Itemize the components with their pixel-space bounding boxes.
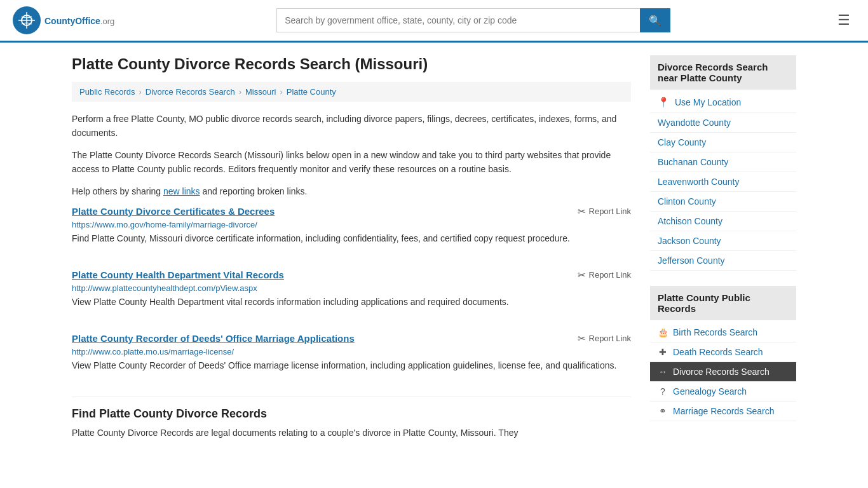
sidebar-item-clinton[interactable]: Clinton County	[650, 192, 796, 212]
result-url-3[interactable]: http://www.co.platte.mo.us/marriage-lice…	[72, 347, 631, 356]
buchanan-link[interactable]: Buchanan County	[658, 157, 728, 167]
clay-link[interactable]: Clay County	[658, 137, 706, 147]
birth-icon: 🎂	[658, 327, 668, 337]
content-area: Platte County Divorce Records Search (Mi…	[72, 55, 631, 447]
description-3: Help others by sharing new links and rep…	[72, 184, 631, 198]
breadcrumb-public-records[interactable]: Public Records	[79, 87, 135, 97]
report-icon-1: ✂	[578, 206, 586, 217]
result-title-1[interactable]: Platte County Divorce Certificates & Dec…	[72, 206, 275, 217]
logo-area[interactable]: CountyOffice.org	[13, 6, 114, 34]
page-title: Platte County Divorce Records Search (Mi…	[72, 55, 631, 73]
result-title-2[interactable]: Platte County Health Department Vital Re…	[72, 269, 284, 280]
breadcrumb-platte-county[interactable]: Platte County	[287, 87, 336, 97]
hamburger-icon: ☰	[837, 12, 850, 28]
logo-icon	[13, 6, 41, 34]
result-entry-3: Platte County Recorder of Deeds' Office …	[72, 333, 631, 379]
marriage-icon: ⚭	[658, 406, 668, 416]
sidebar-item-jackson[interactable]: Jackson County	[650, 231, 796, 251]
sidebar-item-clay[interactable]: Clay County	[650, 133, 796, 152]
result-url-2[interactable]: http://www.plattecountyhealthdept.com/pV…	[72, 283, 631, 293]
nearby-header: Divorce Records Search near Platte Count…	[650, 55, 796, 90]
jackson-link[interactable]: Jackson County	[658, 236, 721, 246]
search-area: 🔍	[276, 8, 670, 32]
site-header: CountyOffice.org 🔍 ☰	[0, 0, 868, 43]
death-icon: ✚	[658, 347, 668, 357]
sidebar-item-buchanan[interactable]: Buchanan County	[650, 152, 796, 172]
sidebar-item-death[interactable]: ✚ Death Records Search	[650, 342, 796, 362]
public-records-header: Platte County Public Records	[650, 286, 796, 320]
divorce-records-link[interactable]: Divorce Records Search	[673, 367, 770, 377]
birth-records-link[interactable]: Birth Records Search	[673, 327, 757, 337]
result-title-3[interactable]: Platte County Recorder of Deeds' Office …	[72, 333, 355, 344]
sidebar-item-leavenworth[interactable]: Leavenworth County	[650, 172, 796, 192]
clinton-link[interactable]: Clinton County	[658, 196, 716, 207]
divorce-icon: ↔	[658, 367, 668, 377]
sidebar-item-marriage[interactable]: ⚭ Marriage Records Search	[650, 402, 796, 421]
result-entry-1: Platte County Divorce Certificates & Dec…	[72, 206, 631, 252]
report-icon-2: ✂	[578, 269, 586, 281]
header-right: ☰	[832, 10, 855, 31]
atchison-link[interactable]: Atchison County	[658, 216, 722, 226]
genealogy-link[interactable]: Genealogy Search	[673, 386, 747, 396]
sidebar-item-divorce[interactable]: ↔ Divorce Records Search	[650, 362, 796, 382]
search-button[interactable]: 🔍	[640, 8, 670, 32]
main-container: Platte County Divorce Records Search (Mi…	[59, 43, 809, 460]
breadcrumb-divorce-records[interactable]: Divorce Records Search	[146, 87, 235, 97]
sidebar-item-atchison[interactable]: Atchison County	[650, 212, 796, 231]
search-input[interactable]	[276, 8, 640, 32]
genealogy-icon: ?	[658, 386, 668, 396]
sidebar-item-genealogy[interactable]: ? Genealogy Search	[650, 382, 796, 402]
result-desc-1: Find Platte County, Missouri divorce cer…	[72, 232, 631, 245]
report-link-2[interactable]: ✂ Report Link	[578, 269, 631, 281]
leavenworth-link[interactable]: Leavenworth County	[658, 177, 739, 187]
marriage-records-link[interactable]: Marriage Records Search	[673, 406, 775, 416]
result-desc-3: View Platte County Recorder of Deeds' Of…	[72, 359, 631, 372]
breadcrumb: Public Records › Divorce Records Search …	[72, 82, 631, 102]
find-description: Platte County Divorce Records are legal …	[72, 426, 631, 440]
description-1: Perform a free Platte County, MO public …	[72, 112, 631, 140]
nearby-section: Divorce Records Search near Platte Count…	[650, 55, 796, 271]
new-links-link[interactable]: new links	[163, 186, 200, 196]
breadcrumb-missouri[interactable]: Missouri	[245, 87, 276, 97]
menu-button[interactable]: ☰	[832, 10, 855, 31]
sidebar-item-wyandotte[interactable]: Wyandotte County	[650, 113, 796, 133]
result-desc-2: View Platte County Health Department vit…	[72, 295, 631, 309]
use-my-location[interactable]: 📍 Use My Location	[650, 92, 796, 113]
report-icon-3: ✂	[578, 333, 586, 344]
use-my-location-link[interactable]: Use My Location	[675, 97, 741, 107]
public-records-section: Platte County Public Records 🎂 Birth Rec…	[650, 286, 796, 421]
logo-text: CountyOffice.org	[44, 14, 114, 27]
description-2: The Platte County Divorce Records Search…	[72, 148, 631, 177]
jefferson-link[interactable]: Jefferson County	[658, 255, 725, 266]
result-url-1[interactable]: https://www.mo.gov/home-family/marriage-…	[72, 220, 631, 229]
find-section-title: Find Platte County Divorce Records	[72, 396, 631, 421]
report-link-3[interactable]: ✂ Report Link	[578, 333, 631, 344]
sidebar: Divorce Records Search near Platte Count…	[650, 55, 796, 447]
report-link-1[interactable]: ✂ Report Link	[578, 206, 631, 217]
sidebar-item-birth[interactable]: 🎂 Birth Records Search	[650, 323, 796, 342]
wyandotte-link[interactable]: Wyandotte County	[658, 118, 731, 128]
death-records-link[interactable]: Death Records Search	[673, 347, 763, 357]
search-icon: 🔍	[649, 15, 661, 26]
location-icon: 📍	[658, 97, 670, 108]
result-entry-2: Platte County Health Department Vital Re…	[72, 269, 631, 315]
sidebar-item-jefferson[interactable]: Jefferson County	[650, 251, 796, 271]
